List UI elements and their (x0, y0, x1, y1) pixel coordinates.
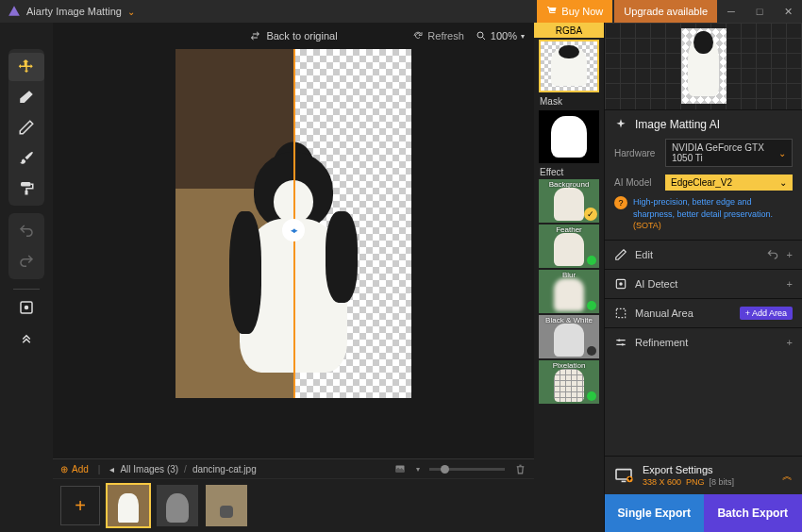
brush-tool[interactable] (8, 143, 44, 172)
mask-label: Mask (534, 94, 604, 108)
svg-point-9 (618, 339, 620, 341)
effect-background[interactable]: Background (539, 179, 599, 223)
matting-ai-title: Image Matting AI (614, 118, 793, 131)
canvas-area: Back to original Refresh 100% ▾ (53, 23, 534, 532)
thumb-size-slider[interactable] (429, 468, 505, 471)
bottom-strip: ⊕ Add | ◂ All Images (3) / dancing-cat.j… (53, 458, 534, 532)
buy-now-button[interactable]: Buy Now (537, 0, 612, 23)
export-meta: 338 X 600 PNG [8 bits] (643, 477, 773, 487)
expand-icon[interactable]: + (787, 337, 793, 348)
svg-rect-8 (616, 308, 625, 317)
model-label: AI Model (614, 177, 660, 188)
zoom-icon (476, 30, 487, 42)
svg-point-4 (477, 32, 483, 38)
refresh-icon (412, 30, 424, 42)
manual-area-section[interactable]: Manual Area Add Area (605, 298, 802, 327)
app-logo-icon (8, 5, 21, 18)
filmstrip-thumb-1[interactable] (108, 485, 149, 526)
pencil-tool[interactable] (8, 113, 44, 141)
minimize-button[interactable]: ─ (717, 0, 745, 23)
refresh-button[interactable]: Refresh (412, 30, 464, 42)
svg-rect-0 (21, 182, 31, 187)
roller-tool[interactable] (8, 174, 44, 202)
move-tool[interactable] (8, 53, 44, 81)
back-chevron-icon[interactable]: ◂ (109, 464, 114, 474)
svg-point-10 (622, 343, 624, 345)
add-thumb-button[interactable]: + (60, 486, 100, 525)
titlebar: Aiarty Image Matting ⌄ Buy Now Upgrade a… (0, 0, 802, 23)
export-settings-title: Export Settings (643, 464, 773, 475)
batch-export-button[interactable]: Batch Export (704, 494, 803, 532)
right-panel: Image Matting AI Hardware NVIDIA GeForce… (604, 23, 802, 532)
collapse-toolbar-button[interactable] (8, 324, 44, 352)
maximize-button[interactable]: □ (745, 0, 774, 23)
rgba-tab[interactable]: RGBA (534, 23, 604, 38)
filmstrip-thumb-3[interactable] (206, 485, 247, 526)
single-export-button[interactable]: Single Export (605, 494, 704, 532)
delete-button[interactable] (514, 463, 526, 475)
thumb-size-down-icon[interactable]: ▾ (416, 465, 420, 474)
sliders-icon (614, 336, 627, 349)
thumb-size-icon (393, 463, 407, 474)
selection-icon (614, 307, 627, 320)
app-menu-chevron-icon[interactable]: ⌄ (127, 7, 135, 17)
monitor-icon (614, 468, 633, 483)
eraser-tool[interactable] (8, 83, 44, 111)
hardware-dropdown[interactable]: NVIDIA GeForce GTX 1050 Ti⌄ (665, 139, 793, 167)
compare-view-button[interactable] (8, 293, 44, 322)
detect-icon (614, 277, 627, 291)
svg-point-3 (25, 306, 29, 310)
left-toolbar (0, 23, 53, 532)
export-settings[interactable]: Export Settings 338 X 600 PNG [8 bits] ︽ (605, 456, 802, 494)
swap-icon (249, 30, 260, 42)
undo-button[interactable] (8, 217, 44, 245)
hero-preview (605, 23, 802, 109)
rgba-preview-thumb[interactable] (539, 40, 599, 92)
expand-export-icon[interactable]: ︽ (782, 469, 793, 483)
effect-label: Effect (534, 165, 604, 179)
breadcrumb-current-file: dancing-cat.jpg (192, 464, 257, 474)
expand-icon[interactable]: + (787, 278, 793, 290)
refinement-section[interactable]: Refinement + (605, 327, 802, 357)
mask-preview-thumb[interactable] (539, 110, 599, 163)
close-button[interactable]: ✕ (774, 0, 802, 23)
breadcrumb-all-images[interactable]: All Images (3) (120, 464, 178, 474)
effect-feather[interactable]: Feather (539, 224, 599, 268)
back-to-original-button[interactable]: Back to original (249, 30, 337, 42)
effect-pixelation[interactable]: Pixelation (539, 360, 599, 404)
undo-icon[interactable] (766, 248, 779, 261)
edit-icon (614, 248, 627, 261)
plus-icon: ⊕ (60, 464, 68, 474)
expand-icon[interactable]: + (787, 249, 793, 260)
ai-detect-section[interactable]: AI Detect + (605, 269, 802, 298)
preview-column: RGBA Mask Effect Background Feather Blur… (534, 23, 604, 532)
svg-point-7 (619, 282, 623, 286)
redo-button[interactable] (8, 247, 44, 275)
hardware-label: Hardware (614, 148, 660, 158)
add-area-button[interactable]: Add Area (740, 307, 793, 320)
cart-icon (546, 6, 558, 17)
add-image-button[interactable]: ⊕ Add (60, 464, 89, 474)
svg-rect-1 (25, 191, 28, 195)
model-dropdown[interactable]: EdgeClear_V2⌄ (665, 175, 793, 191)
app-title: Aiarty Image Matting (26, 6, 122, 17)
filmstrip-thumb-2[interactable] (157, 485, 198, 526)
upgrade-button[interactable]: Upgrade available (614, 0, 717, 23)
zoom-control[interactable]: 100% ▾ (476, 30, 525, 42)
edit-section[interactable]: Edit + (605, 240, 802, 269)
effect-bw[interactable]: Black & White (539, 315, 599, 358)
model-info-text: High-precision, better edge and sharpnes… (614, 196, 793, 232)
effect-blur[interactable]: Blur (539, 270, 599, 313)
image-compare-view[interactable] (175, 49, 411, 398)
compare-slider-handle[interactable] (282, 219, 305, 241)
sparkle-icon (614, 118, 627, 131)
breadcrumb: ◂ All Images (3) / dancing-cat.jpg (109, 464, 256, 474)
